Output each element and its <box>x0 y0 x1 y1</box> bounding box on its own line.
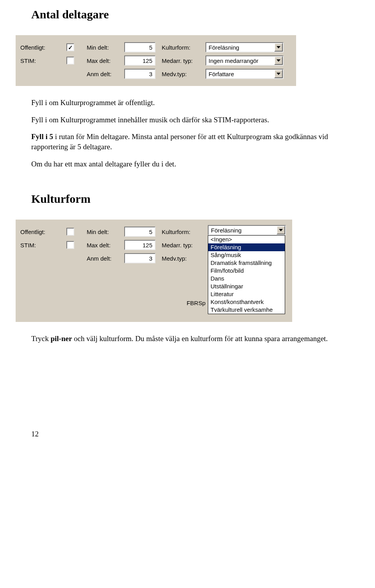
medarr-combo-text: Ingen medarrangör <box>206 57 274 64</box>
para-min-rest: i rutan för Min deltagare. Minsta antal … <box>31 132 328 151</box>
form-panel-2: Offentligt: Min delt: Kulturform: STIM: … <box>16 220 292 322</box>
kulturform-option[interactable]: Film/foto/bild <box>208 267 285 275</box>
offentligt-checkbox[interactable] <box>66 43 74 51</box>
kulturform-option[interactable]: Litteratur <box>208 290 285 298</box>
heading-antal-deltagare: Antal deltagare <box>31 8 367 21</box>
max-delt-label-2: Max delt: <box>87 242 124 248</box>
medv-combo[interactable]: Författare <box>205 69 284 79</box>
kulturform-label-2: Kulturform: <box>162 229 205 235</box>
anm-delt-label-2: Anm delt: <box>87 255 124 262</box>
max-delt-input-2[interactable] <box>124 240 155 250</box>
medv-label-2: Medv.typ: <box>162 255 205 262</box>
max-delt-input[interactable] <box>124 55 155 66</box>
medarr-label-2: Medarr. typ: <box>162 242 205 248</box>
stim-label: STIM: <box>20 57 66 64</box>
para-min-deltagare: Fyll i 5 i rutan för Min deltagare. Mins… <box>31 132 328 152</box>
kulturform-option[interactable]: Konst/konsthantverk <box>208 298 285 306</box>
anm-delt-input-2[interactable] <box>124 253 155 263</box>
kulturform-combo-open[interactable]: Föreläsning <box>208 225 286 235</box>
kulturform-option[interactable]: Tvärkulturell verksamhe <box>208 306 285 314</box>
kulturform-option[interactable]: Föreläsning <box>208 243 285 251</box>
offentligt-label-2: Offentligt: <box>20 229 66 235</box>
chevron-down-icon[interactable] <box>277 226 285 234</box>
anm-delt-label: Anm delt: <box>87 71 124 77</box>
chevron-down-icon[interactable] <box>274 43 283 52</box>
para-kulturform: Tryck pil-ner och välj kulturform. Du må… <box>31 334 328 344</box>
kulturform-option[interactable]: Sång/musik <box>208 251 285 259</box>
kulturform-combo-text: Föreläsning <box>206 44 274 51</box>
anm-delt-input[interactable] <box>124 69 155 79</box>
medv-combo-text: Författare <box>206 71 274 77</box>
min-delt-label-2: Min delt: <box>87 229 124 235</box>
kulturform-option[interactable]: <Ingen> <box>208 236 285 243</box>
kulturform-option[interactable]: Dans <box>208 275 285 282</box>
para5-a: Tryck <box>31 334 50 343</box>
max-delt-label: Max delt: <box>87 57 124 64</box>
para-stim: Fyll i om Kulturprogrammet innehåller mu… <box>31 115 328 125</box>
min-delt-label: Min delt: <box>87 44 124 51</box>
para-offentligt: Fyll i om Kulturprogrammet är offentligt… <box>31 98 328 108</box>
chevron-down-icon[interactable] <box>274 56 283 65</box>
fbrsp-label: FBRSp <box>162 300 208 306</box>
kulturform-listbox[interactable]: <Ingen>FöreläsningSång/musikDramatisk fr… <box>208 235 285 314</box>
kulturform-option[interactable]: Utställningar <box>208 282 285 290</box>
medv-label: Medv.typ: <box>162 71 205 77</box>
kulturform-label: Kulturform: <box>162 44 205 51</box>
min-delt-input[interactable] <box>124 42 155 52</box>
kulturform-combo[interactable]: Föreläsning <box>205 42 284 52</box>
stim-checkbox[interactable] <box>66 57 74 64</box>
offentligt-label: Offentligt: <box>20 44 66 51</box>
medarr-label: Medarr. typ: <box>162 57 205 64</box>
para-min-bold: Fyll i 5 <box>31 132 53 141</box>
stim-checkbox-2[interactable] <box>66 241 74 249</box>
medarr-combo[interactable]: Ingen medarrangör <box>205 55 284 66</box>
stim-label-2: STIM: <box>20 242 66 248</box>
offentligt-checkbox-2[interactable] <box>66 228 74 236</box>
kulturform-option[interactable]: Dramatisk framställning <box>208 259 285 267</box>
para-max-deltagare: Om du har ett max antal deltagare fyller… <box>31 159 328 169</box>
heading-kulturform: Kulturform <box>31 192 367 206</box>
min-delt-input-2[interactable] <box>124 227 155 237</box>
form-panel-1: Offentligt: Min delt: Kulturform: Förelä… <box>16 35 296 86</box>
para5-bold: pil-ner <box>50 334 72 343</box>
chevron-down-icon[interactable] <box>274 70 283 78</box>
page-number: 12 <box>31 430 367 438</box>
para5-c: och välj kulturform. Du måste välja en k… <box>72 334 328 343</box>
kulturform-combo-open-text: Föreläsning <box>209 227 277 234</box>
